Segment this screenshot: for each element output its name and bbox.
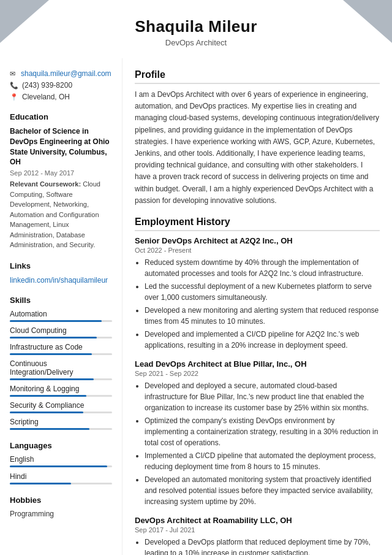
coursework-text: Cloud Computing, Software Development, N… bbox=[10, 180, 100, 248]
hobbies-section: Hobbies Programming bbox=[10, 496, 112, 518]
hobbies-list: Programming bbox=[10, 510, 112, 518]
skill-item: Automation bbox=[10, 310, 112, 322]
skill-label: Infrastructure as Code bbox=[10, 343, 112, 351]
skill-bar-bg bbox=[10, 428, 112, 430]
skill-label: Continuous Integration/Delivery bbox=[10, 359, 112, 377]
contact-section: ✉ shaquila.mileur@gmail.com 📞 (243) 939-… bbox=[10, 69, 112, 101]
skill-label: Scripting bbox=[10, 418, 112, 426]
jobs-list: Senior DevOps Architect at A2Q2 Inc., OH… bbox=[135, 236, 380, 555]
skill-bar-bg bbox=[10, 353, 112, 355]
skill-item: Scripting bbox=[10, 418, 112, 430]
profile-heading: Profile bbox=[135, 69, 380, 84]
job-title: DevOps Architect at Roamability LLC, OH bbox=[135, 516, 380, 525]
languages-section: Languages English Hindi bbox=[10, 441, 112, 484]
skill-bar-fill bbox=[10, 428, 89, 430]
job-bullets: Developed and deployed a secure, automat… bbox=[135, 380, 380, 507]
linkedin-link[interactable]: linkedin.com/in/shaquilamileur bbox=[10, 276, 108, 285]
skills-list: Automation Cloud Computing Infrastructur… bbox=[10, 310, 112, 430]
skill-label: Cloud Computing bbox=[10, 326, 112, 335]
email-icon: ✉ bbox=[10, 70, 17, 78]
edu-dates: Sep 2012 - May 2017 bbox=[10, 169, 112, 177]
profile-text: I am a DevOps Architect with over 6 year… bbox=[135, 89, 380, 207]
lang-bar-bg bbox=[10, 465, 112, 467]
linkedin-item: linkedin.com/in/shaquilamileur bbox=[10, 275, 112, 285]
profile-section: Profile I am a DevOps Architect with ove… bbox=[135, 69, 380, 207]
skill-bar-fill bbox=[10, 337, 97, 339]
phone-icon: 📞 bbox=[10, 82, 18, 90]
languages-heading: Languages bbox=[10, 441, 112, 450]
links-heading: Links bbox=[10, 261, 112, 270]
resume-page: Shaquila Mileur DevOps Architect ✉ shaqu… bbox=[0, 0, 392, 555]
lang-label: English bbox=[10, 455, 112, 464]
skill-label: Security & Compliance bbox=[10, 401, 112, 410]
job-bullet: Developed an automated monitoring system… bbox=[145, 474, 380, 507]
coursework-label: Relevant Coursework: bbox=[10, 180, 81, 188]
lang-bar-fill bbox=[10, 483, 71, 484]
candidate-name: Shaquila Mileur bbox=[12, 17, 380, 36]
job-bullet: Developed a new monitoring and alerting … bbox=[145, 305, 380, 327]
job-bullets: Reduced system downtime by 40% through t… bbox=[135, 257, 380, 351]
skill-label: Monitoring & Logging bbox=[10, 385, 112, 393]
job-date: Oct 2022 - Present bbox=[135, 247, 380, 254]
skill-bar-bg bbox=[10, 337, 112, 339]
job-item: Senior DevOps Architect at A2Q2 Inc., OH… bbox=[135, 236, 380, 351]
sidebar: ✉ shaquila.mileur@gmail.com 📞 (243) 939-… bbox=[0, 58, 123, 555]
skill-bar-bg bbox=[10, 395, 112, 397]
job-title: Lead DevOps Architect at Blue Pillar, In… bbox=[135, 359, 380, 369]
skill-bar-fill bbox=[10, 395, 86, 397]
skill-bar-fill bbox=[10, 378, 94, 380]
skill-item: Monitoring & Logging bbox=[10, 385, 112, 397]
main-content: Profile I am a DevOps Architect with ove… bbox=[123, 58, 392, 555]
skill-bar-fill bbox=[10, 353, 92, 355]
lang-bar-fill bbox=[10, 465, 107, 467]
skill-bar-bg bbox=[10, 411, 112, 413]
job-item: Lead DevOps Architect at Blue Pillar, In… bbox=[135, 359, 380, 507]
hobbies-heading: Hobbies bbox=[10, 496, 112, 505]
edu-coursework: Relevant Coursework: Cloud Computing, So… bbox=[10, 179, 112, 250]
job-bullet: Developed a DevOps platform that reduced… bbox=[145, 537, 380, 555]
edu-degree: Bachelor of Science in DevOps Engineerin… bbox=[10, 126, 112, 167]
language-item: Hindi bbox=[10, 472, 112, 484]
skill-label: Automation bbox=[10, 310, 112, 318]
job-bullet: Developed and deployed a secure, automat… bbox=[145, 380, 380, 413]
links-section: Links linkedin.com/in/shaquilamileur bbox=[10, 261, 112, 285]
job-item: DevOps Architect at Roamability LLC, OH … bbox=[135, 516, 380, 555]
skill-bar-bg bbox=[10, 378, 112, 380]
email-item: ✉ shaquila.mileur@gmail.com bbox=[10, 69, 112, 78]
employment-section: Employment History Senior DevOps Archite… bbox=[135, 216, 380, 555]
phone-text: (243) 939-8200 bbox=[22, 81, 72, 90]
skill-bar-fill bbox=[10, 411, 83, 413]
job-title: Senior DevOps Architect at A2Q2 Inc., OH bbox=[135, 236, 380, 245]
skill-bar-fill bbox=[10, 320, 102, 322]
job-bullets: Developed a DevOps platform that reduced… bbox=[135, 537, 380, 555]
job-date: Sep 2017 - Jul 2021 bbox=[135, 526, 380, 534]
job-bullet: Optimized the company's existing DevOps … bbox=[145, 415, 380, 448]
skill-bar-bg bbox=[10, 320, 112, 322]
skill-item: Infrastructure as Code bbox=[10, 343, 112, 355]
skill-item: Security & Compliance bbox=[10, 401, 112, 413]
phone-item: 📞 (243) 939-8200 bbox=[10, 81, 112, 90]
job-bullet: Reduced system downtime by 40% through t… bbox=[145, 257, 380, 279]
job-bullet: Led the successful deployment of a new K… bbox=[145, 281, 380, 303]
location-text: Cleveland, OH bbox=[22, 93, 70, 101]
lang-bar-bg bbox=[10, 483, 112, 484]
languages-list: English Hindi bbox=[10, 455, 112, 484]
job-bullet: Implemented a CI/CD pipeline that automa… bbox=[145, 450, 380, 472]
job-date: Sep 2021 - Sep 2022 bbox=[135, 370, 380, 377]
language-item: English bbox=[10, 455, 112, 467]
email-link[interactable]: shaquila.mileur@gmail.com bbox=[21, 69, 111, 78]
hobby-item: Programming bbox=[10, 510, 112, 518]
job-bullet: Developed and implemented a CI/CD pipeli… bbox=[145, 329, 380, 351]
education-section: Education Bachelor of Science in DevOps … bbox=[10, 112, 112, 250]
employment-heading: Employment History bbox=[135, 216, 380, 231]
location-icon: 📍 bbox=[10, 93, 18, 101]
header: Shaquila Mileur DevOps Architect bbox=[0, 0, 392, 58]
body-layout: ✉ shaquila.mileur@gmail.com 📞 (243) 939-… bbox=[0, 58, 392, 555]
skills-section: Skills Automation Cloud Computing Infras… bbox=[10, 296, 112, 430]
location-item: 📍 Cleveland, OH bbox=[10, 93, 112, 101]
candidate-title: DevOps Architect bbox=[12, 38, 380, 47]
skill-item: Cloud Computing bbox=[10, 326, 112, 339]
education-heading: Education bbox=[10, 112, 112, 121]
lang-label: Hindi bbox=[10, 472, 112, 481]
skills-heading: Skills bbox=[10, 296, 112, 305]
